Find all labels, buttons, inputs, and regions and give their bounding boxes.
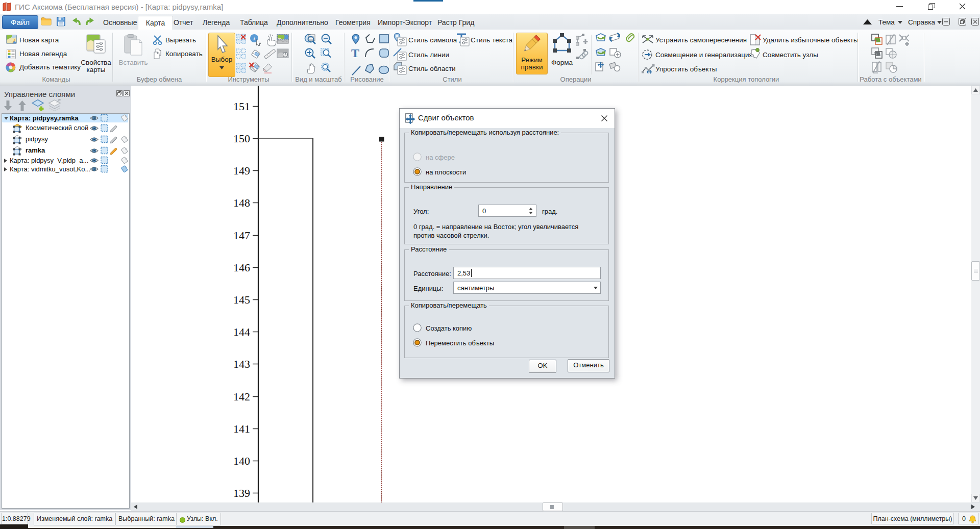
svg-text:141: 141 [233,422,250,435]
svg-text:147: 147 [233,229,250,242]
svg-text:142: 142 [233,390,250,403]
svg-text:145: 145 [233,293,250,306]
svg-text:144: 144 [233,325,250,338]
svg-text:149: 149 [233,164,250,177]
svg-text:151: 151 [233,100,250,113]
svg-text:T: T [351,46,359,60]
svg-text:146: 146 [233,261,250,274]
svg-text:148: 148 [233,196,250,209]
svg-text:143: 143 [233,358,250,370]
svg-text:150: 150 [233,132,250,145]
svg-text:140: 140 [233,455,250,467]
svg-text:139: 139 [233,487,250,499]
